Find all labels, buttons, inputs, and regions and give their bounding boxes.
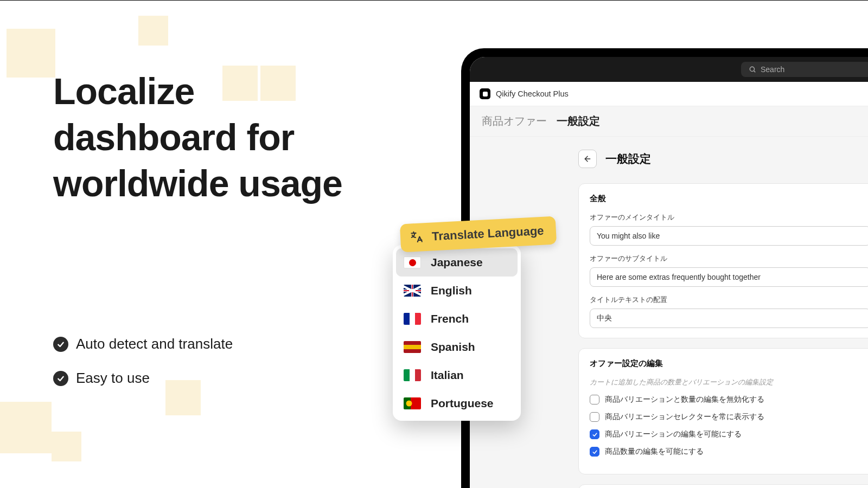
layout-card: レイアウト	[578, 484, 868, 488]
language-name: French	[431, 312, 469, 325]
field-label: タイトルテキストの配置	[590, 295, 868, 305]
checkbox-row[interactable]: 商品バリエーションと数量の編集を無効化する	[590, 395, 868, 404]
language-name: English	[431, 284, 472, 297]
app-header: Qikify Checkout Plus	[470, 82, 868, 106]
checkbox-label: 商品数量の編集を可能にする	[605, 447, 704, 457]
hero-title: Localize dashboard for worldwide usage	[53, 68, 368, 207]
it-flag-icon	[404, 369, 421, 381]
breadcrumb-current: 一般設定	[557, 115, 600, 127]
svg-point-0	[750, 67, 754, 71]
edit-offer-card: オファー設定の編集 カートに追加した商品の数量とバリエーションの編集設定 商品バ…	[578, 348, 868, 474]
alignment-select[interactable]	[590, 309, 868, 328]
jp-flag-icon	[404, 256, 421, 268]
fr-flag-icon	[404, 313, 421, 325]
es-flag-icon	[404, 341, 421, 353]
language-name: Italian	[431, 369, 464, 382]
field-label: オファーのメインタイトル	[590, 213, 868, 222]
checkbox[interactable]	[590, 412, 599, 422]
checkbox-row[interactable]: 商品数量の編集を可能にする	[590, 447, 868, 457]
checkbox-label: 商品バリエーションセレクターを常に表示する	[605, 412, 764, 422]
checkbox-row[interactable]: 商品バリエーションの編集を可能にする	[590, 429, 868, 439]
back-button[interactable]	[578, 150, 597, 168]
checkbox[interactable]	[590, 395, 599, 404]
app-logo-icon	[480, 88, 490, 99]
language-option-it[interactable]: Italian	[396, 361, 518, 389]
language-option-pt[interactable]: Portuguese	[396, 389, 518, 418]
checkbox[interactable]	[590, 429, 599, 439]
language-popup: Translate Language JapaneseEnglishFrench…	[393, 220, 556, 421]
card-title: 全般	[590, 194, 868, 204]
sub-title-input[interactable]	[590, 267, 868, 287]
translate-banner: Translate Language	[400, 216, 557, 253]
feature-label: Auto detect and translate	[76, 336, 233, 352]
checkbox-label: 商品バリエーションと数量の編集を無効化する	[605, 395, 764, 404]
language-option-es[interactable]: Spanish	[396, 333, 518, 361]
feature-list: Auto detect and translate Easy to use	[53, 336, 233, 404]
language-list: JapaneseEnglishFrenchSpanishItalianPortu…	[393, 245, 521, 421]
language-option-fr[interactable]: French	[396, 305, 518, 333]
breadcrumb-prev[interactable]: 商品オファー	[482, 115, 547, 127]
feature-item: Auto detect and translate	[53, 336, 233, 352]
language-name: Spanish	[431, 341, 475, 354]
language-option-jp[interactable]: Japanese	[396, 248, 518, 277]
card-title: オファー設定の編集	[590, 358, 868, 369]
card-description: カートに追加した商品の数量とバリエーションの編集設定	[590, 377, 868, 387]
checkbox-label: 商品バリエーションの編集を可能にする	[605, 429, 742, 439]
svg-line-1	[754, 70, 755, 72]
search-placeholder: Search	[761, 65, 784, 74]
translate-banner-label: Translate Language	[431, 224, 544, 244]
language-name: Portuguese	[431, 397, 494, 410]
feature-label: Easy to use	[76, 370, 150, 387]
feature-item: Easy to use	[53, 370, 233, 387]
hero-section: Localize dashboard for worldwide usage	[53, 68, 368, 207]
bg-decoration	[52, 432, 81, 461]
page-title: 一般設定	[605, 151, 651, 166]
language-option-en[interactable]: English	[396, 277, 518, 305]
checkbox[interactable]	[590, 447, 599, 457]
search-input[interactable]: Search	[741, 62, 868, 77]
bg-decoration	[7, 29, 55, 78]
pt-flag-icon	[404, 397, 421, 409]
main-title-input[interactable]	[590, 226, 868, 246]
bg-decoration	[0, 402, 52, 453]
en-flag-icon	[404, 285, 421, 297]
breadcrumb: 商品オファー 一般設定	[470, 106, 868, 137]
check-icon	[53, 371, 68, 386]
top-bar: Search	[470, 57, 868, 82]
language-name: Japanese	[431, 256, 483, 269]
general-card: 全般 オファーのメインタイトル オファーのサブタイトル タイトルテキストの配置	[578, 183, 868, 338]
check-icon	[53, 337, 68, 352]
checkbox-row[interactable]: 商品バリエーションセレクターを常に表示する	[590, 412, 868, 422]
bg-decoration	[138, 16, 168, 46]
app-name: Qikify Checkout Plus	[496, 89, 569, 98]
page-title-row: 一般設定	[578, 150, 868, 168]
field-label: オファーのサブタイトル	[590, 254, 868, 264]
